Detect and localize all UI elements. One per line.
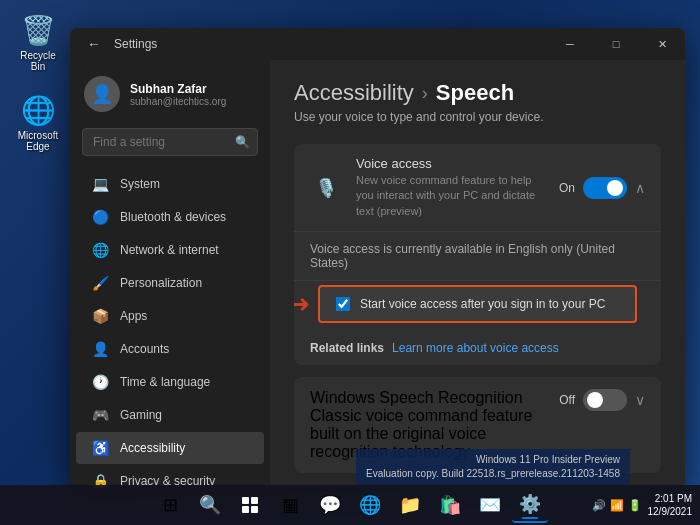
settings-body: 👤 Subhan Zafar subhan@itechtics.org 🔍 💻 … bbox=[70, 60, 685, 488]
sidebar-item-personalization[interactable]: 🖌️ Personalization bbox=[76, 267, 264, 299]
store-button[interactable]: 🛍️ bbox=[432, 487, 468, 523]
sidebar-item-label: Accessibility bbox=[120, 441, 185, 455]
tray-icon-1[interactable]: 🔊 bbox=[592, 499, 606, 512]
search-taskbar-button[interactable]: 🔍 bbox=[192, 487, 228, 523]
sidebar-item-apps[interactable]: 📦 Apps bbox=[76, 300, 264, 332]
voice-access-description: New voice command feature to help you in… bbox=[356, 173, 547, 219]
recycle-bin-symbol: 🗑️ bbox=[22, 14, 54, 46]
page-subtitle: Use your voice to type and control your … bbox=[294, 110, 661, 124]
voice-access-checkbox-row: Start voice access after you sign in to … bbox=[318, 285, 637, 323]
maximize-button[interactable]: □ bbox=[593, 28, 639, 60]
toggle-on-label: On bbox=[559, 181, 575, 195]
minimize-button[interactable]: ─ bbox=[547, 28, 593, 60]
clock-date: 12/9/2021 bbox=[648, 505, 693, 518]
sidebar-item-network[interactable]: 🌐 Network & internet bbox=[76, 234, 264, 266]
sidebar-item-label: Gaming bbox=[120, 408, 162, 422]
edge-icon[interactable]: 🌐 Microsoft Edge bbox=[8, 90, 68, 156]
system-tray: 🔊 📶 🔋 bbox=[592, 499, 642, 512]
taskview-button[interactable] bbox=[232, 487, 268, 523]
sidebar-item-time[interactable]: 🕐 Time & language bbox=[76, 366, 264, 398]
voice-access-checkbox-label[interactable]: Start voice access after you sign in to … bbox=[360, 297, 605, 311]
clock[interactable]: 2:01 PM 12/9/2021 bbox=[648, 492, 693, 518]
voice-access-notice: Voice access is currently available in E… bbox=[294, 232, 661, 281]
speech-recognition-toggle[interactable] bbox=[583, 389, 627, 411]
svg-rect-1 bbox=[251, 497, 258, 504]
edge-symbol: 🌐 bbox=[22, 94, 54, 126]
recycle-bin-label: Recycle Bin bbox=[12, 50, 64, 72]
sidebar-item-label: Personalization bbox=[120, 276, 202, 290]
voice-access-content: Voice access New voice command feature t… bbox=[356, 156, 547, 219]
breadcrumb-current: Speech bbox=[436, 80, 514, 106]
sidebar-item-label: Apps bbox=[120, 309, 147, 323]
active-indicator bbox=[522, 517, 538, 519]
avatar: 👤 bbox=[84, 76, 120, 112]
time-icon: 🕐 bbox=[90, 374, 110, 390]
settings-search: 🔍 bbox=[82, 128, 258, 156]
voice-access-icon: 🎙️ bbox=[310, 172, 342, 204]
taskbar-right: 🔊 📶 🔋 2:01 PM 12/9/2021 bbox=[592, 492, 693, 518]
close-button[interactable]: ✕ bbox=[639, 28, 685, 60]
gaming-icon: 🎮 bbox=[90, 407, 110, 423]
search-icon: 🔍 bbox=[235, 135, 250, 149]
checkbox-container: ➜ Start voice access after you sign in t… bbox=[310, 285, 645, 323]
mail-button[interactable]: ✉️ bbox=[472, 487, 508, 523]
breadcrumb: Accessibility › Speech bbox=[294, 80, 661, 106]
voice-access-chevron[interactable]: ∧ bbox=[635, 180, 645, 196]
teams-button[interactable]: 💬 bbox=[312, 487, 348, 523]
taskview-icon bbox=[242, 497, 258, 513]
sidebar-item-label: Network & internet bbox=[120, 243, 219, 257]
user-profile[interactable]: 👤 Subhan Zafar subhan@itechtics.org bbox=[70, 68, 270, 120]
sidebar-item-system[interactable]: 💻 System bbox=[76, 168, 264, 200]
title-bar: ← Settings ─ □ ✕ bbox=[70, 28, 685, 60]
sidebar: 👤 Subhan Zafar subhan@itechtics.org 🔍 💻 … bbox=[70, 60, 270, 488]
edge-label: Microsoft Edge bbox=[12, 130, 64, 152]
windows-status-bar: Windows 11 Pro Insider Preview Evaluatio… bbox=[356, 449, 630, 485]
taskbar-center: ⊞ 🔍 ▦ 💬 🌐 📁 🛍️ ✉️ ⚙️ bbox=[152, 487, 548, 523]
status-line2: Evaluation copy. Build 22518.rs_prerelea… bbox=[366, 467, 620, 481]
toggle-thumb bbox=[607, 180, 623, 196]
voice-access-checkbox[interactable] bbox=[336, 297, 350, 311]
sidebar-item-accessibility[interactable]: ♿ Accessibility bbox=[76, 432, 264, 464]
widgets-button[interactable]: ▦ bbox=[272, 487, 308, 523]
user-info: Subhan Zafar subhan@itechtics.org bbox=[130, 82, 226, 107]
tray-icon-2[interactable]: 📶 bbox=[610, 499, 624, 512]
back-button[interactable]: ← bbox=[82, 32, 106, 56]
speech-recognition-chevron[interactable]: ∨ bbox=[635, 392, 645, 408]
notice-text: Voice access is currently available in E… bbox=[310, 242, 615, 270]
voice-access-toggle[interactable] bbox=[583, 177, 627, 199]
speech-recognition-title: Windows Speech Recognition bbox=[310, 389, 547, 407]
svg-rect-0 bbox=[242, 497, 249, 504]
apps-icon: 📦 bbox=[90, 308, 110, 324]
start-button[interactable]: ⊞ bbox=[152, 487, 188, 523]
explorer-button[interactable]: 📁 bbox=[392, 487, 428, 523]
sidebar-item-label: Accounts bbox=[120, 342, 169, 356]
voice-access-title: Voice access bbox=[356, 156, 547, 171]
user-email: subhan@itechtics.org bbox=[130, 96, 226, 107]
speech-recognition-control: Off ∨ bbox=[559, 389, 645, 411]
bluetooth-icon: 🔵 bbox=[90, 209, 110, 225]
search-input[interactable] bbox=[82, 128, 258, 156]
edge-taskbar-button[interactable]: 🌐 bbox=[352, 487, 388, 523]
status-line1: Windows 11 Pro Insider Preview bbox=[366, 453, 620, 467]
sidebar-item-gaming[interactable]: 🎮 Gaming bbox=[76, 399, 264, 431]
related-links: Related links Learn more about voice acc… bbox=[294, 331, 661, 365]
personalization-icon: 🖌️ bbox=[90, 275, 110, 291]
tray-icon-3[interactable]: 🔋 bbox=[628, 499, 642, 512]
window-title: Settings bbox=[114, 37, 157, 51]
sidebar-item-label: Time & language bbox=[120, 375, 210, 389]
sidebar-item-accounts[interactable]: 👤 Accounts bbox=[76, 333, 264, 365]
sidebar-item-label: Bluetooth & devices bbox=[120, 210, 226, 224]
taskbar: ⊞ 🔍 ▦ 💬 🌐 📁 🛍️ ✉️ ⚙️ bbox=[0, 485, 700, 525]
toggle-off-label: Off bbox=[559, 393, 575, 407]
recycle-bin-icon[interactable]: 🗑️ Recycle Bin bbox=[8, 10, 68, 76]
system-icon: 💻 bbox=[90, 176, 110, 192]
window-controls: ─ □ ✕ bbox=[547, 28, 685, 60]
sidebar-item-bluetooth[interactable]: 🔵 Bluetooth & devices bbox=[76, 201, 264, 233]
settings-taskbar-button[interactable]: ⚙️ bbox=[512, 487, 548, 523]
learn-more-link[interactable]: Learn more about voice access bbox=[392, 341, 559, 355]
breadcrumb-parent[interactable]: Accessibility bbox=[294, 80, 414, 106]
voice-access-control: On ∧ bbox=[559, 177, 645, 199]
voice-access-row: 🎙️ Voice access New voice command featur… bbox=[294, 144, 661, 232]
svg-rect-2 bbox=[242, 506, 249, 513]
accounts-icon: 👤 bbox=[90, 341, 110, 357]
